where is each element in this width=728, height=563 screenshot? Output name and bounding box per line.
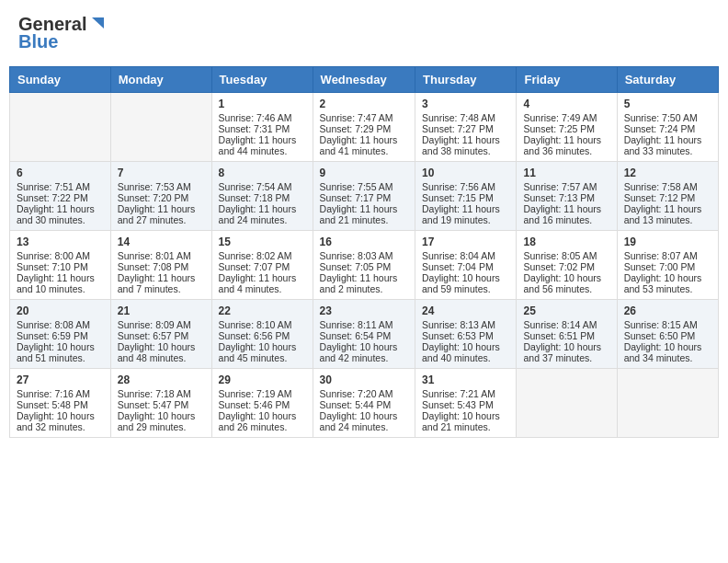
- sunrise-text: Sunrise: 7:20 AM: [320, 388, 408, 399]
- daylight-text: Daylight: 10 hours and 59 minutes.: [422, 272, 509, 294]
- day-number: 9: [320, 167, 408, 179]
- sunrise-text: Sunrise: 8:00 AM: [17, 250, 104, 261]
- calendar-day-cell: 11Sunrise: 7:57 AMSunset: 7:13 PMDayligh…: [517, 162, 617, 231]
- sunset-text: Sunset: 6:51 PM: [523, 330, 609, 341]
- daylight-text: Daylight: 11 hours and 24 minutes.: [219, 203, 306, 225]
- daylight-text: Daylight: 10 hours and 51 minutes.: [17, 341, 104, 363]
- sunset-text: Sunset: 7:24 PM: [624, 123, 711, 134]
- calendar-day-cell: 12Sunrise: 7:58 AMSunset: 7:12 PMDayligh…: [617, 162, 718, 231]
- sunrise-text: Sunrise: 8:09 AM: [118, 319, 205, 330]
- day-number: 25: [523, 304, 609, 317]
- sunset-text: Sunset: 7:31 PM: [219, 123, 306, 134]
- calendar-day-cell: [617, 369, 718, 438]
- day-number: 15: [219, 236, 306, 248]
- day-number: 16: [320, 236, 408, 248]
- calendar-week-row: 1Sunrise: 7:46 AMSunset: 7:31 PMDaylight…: [10, 93, 719, 162]
- day-number: 5: [624, 98, 711, 110]
- daylight-text: Daylight: 10 hours and 48 minutes.: [118, 341, 205, 363]
- daylight-text: Daylight: 11 hours and 30 minutes.: [17, 203, 104, 225]
- day-of-week-header: Sunday: [10, 67, 111, 93]
- day-number: 27: [17, 373, 104, 386]
- calendar-table: SundayMondayTuesdayWednesdayThursdayFrid…: [9, 66, 719, 438]
- daylight-text: Daylight: 11 hours and 41 minutes.: [320, 134, 408, 156]
- sunset-text: Sunset: 7:12 PM: [624, 192, 711, 203]
- sunset-text: Sunset: 7:10 PM: [17, 261, 104, 272]
- daylight-text: Daylight: 11 hours and 10 minutes.: [17, 272, 104, 294]
- logo-blue-text: Blue: [18, 31, 58, 52]
- calendar-day-cell: 16Sunrise: 8:03 AMSunset: 7:05 PMDayligh…: [313, 231, 415, 300]
- daylight-text: Daylight: 10 hours and 21 minutes.: [422, 410, 509, 432]
- day-of-week-header: Thursday: [415, 67, 517, 93]
- calendar-day-cell: 8Sunrise: 7:54 AMSunset: 7:18 PMDaylight…: [211, 162, 313, 231]
- daylight-text: Daylight: 10 hours and 42 minutes.: [320, 341, 408, 363]
- day-number: 23: [320, 304, 408, 317]
- day-number: 10: [422, 167, 509, 179]
- sunset-text: Sunset: 7:13 PM: [523, 192, 609, 203]
- day-number: 24: [422, 304, 509, 317]
- day-number: 18: [523, 236, 609, 248]
- sunset-text: Sunset: 5:43 PM: [422, 399, 509, 410]
- svg-marker-0: [92, 17, 104, 29]
- calendar-day-cell: 19Sunrise: 8:07 AMSunset: 7:00 PMDayligh…: [617, 231, 718, 300]
- day-of-week-header: Wednesday: [313, 67, 415, 93]
- sunrise-text: Sunrise: 7:50 AM: [624, 112, 711, 123]
- sunrise-text: Sunrise: 7:55 AM: [320, 181, 408, 192]
- sunset-text: Sunset: 7:25 PM: [523, 123, 609, 134]
- day-number: 19: [624, 236, 711, 248]
- daylight-text: Daylight: 10 hours and 26 minutes.: [219, 410, 306, 432]
- sunrise-text: Sunrise: 7:16 AM: [17, 388, 104, 399]
- sunrise-text: Sunrise: 8:14 AM: [523, 319, 609, 330]
- calendar-day-cell: 9Sunrise: 7:55 AMSunset: 7:17 PMDaylight…: [313, 162, 415, 231]
- daylight-text: Daylight: 11 hours and 4 minutes.: [219, 272, 306, 294]
- calendar-day-cell: 14Sunrise: 8:01 AMSunset: 7:08 PMDayligh…: [110, 231, 211, 300]
- day-number: 29: [219, 373, 306, 386]
- calendar-day-cell: 21Sunrise: 8:09 AMSunset: 6:57 PMDayligh…: [110, 300, 211, 369]
- sunrise-text: Sunrise: 8:02 AM: [219, 250, 306, 261]
- calendar-day-cell: 17Sunrise: 8:04 AMSunset: 7:04 PMDayligh…: [415, 231, 517, 300]
- sunrise-text: Sunrise: 7:18 AM: [118, 388, 205, 399]
- logo-triangle-icon: [87, 16, 104, 32]
- sunrise-text: Sunrise: 7:19 AM: [219, 388, 306, 399]
- sunrise-text: Sunrise: 7:54 AM: [219, 181, 306, 192]
- sunset-text: Sunset: 6:54 PM: [320, 330, 408, 341]
- sunrise-text: Sunrise: 8:03 AM: [320, 250, 408, 261]
- sunset-text: Sunset: 7:04 PM: [422, 261, 509, 272]
- sunrise-text: Sunrise: 7:51 AM: [17, 181, 104, 192]
- logo: General Blue: [18, 14, 104, 52]
- sunrise-text: Sunrise: 8:01 AM: [118, 250, 205, 261]
- calendar-day-cell: 24Sunrise: 8:13 AMSunset: 6:53 PMDayligh…: [415, 300, 517, 369]
- daylight-text: Daylight: 10 hours and 56 minutes.: [523, 272, 609, 294]
- calendar-day-cell: 13Sunrise: 8:00 AMSunset: 7:10 PMDayligh…: [10, 231, 111, 300]
- calendar-day-cell: [10, 93, 111, 162]
- sunset-text: Sunset: 7:18 PM: [219, 192, 306, 203]
- sunset-text: Sunset: 7:29 PM: [320, 123, 408, 134]
- sunset-text: Sunset: 7:17 PM: [320, 192, 408, 203]
- daylight-text: Daylight: 11 hours and 2 minutes.: [320, 272, 408, 294]
- sunset-text: Sunset: 6:59 PM: [17, 330, 104, 341]
- daylight-text: Daylight: 10 hours and 53 minutes.: [624, 272, 711, 294]
- sunrise-text: Sunrise: 8:08 AM: [17, 319, 104, 330]
- day-number: 7: [118, 167, 205, 179]
- day-number: 22: [219, 304, 306, 317]
- calendar-day-cell: 31Sunrise: 7:21 AMSunset: 5:43 PMDayligh…: [415, 369, 517, 438]
- daylight-text: Daylight: 11 hours and 16 minutes.: [523, 203, 609, 225]
- daylight-text: Daylight: 11 hours and 36 minutes.: [523, 134, 609, 156]
- daylight-text: Daylight: 11 hours and 21 minutes.: [320, 203, 408, 225]
- day-number: 4: [523, 98, 609, 110]
- daylight-text: Daylight: 10 hours and 37 minutes.: [523, 341, 609, 363]
- calendar-header-row: SundayMondayTuesdayWednesdayThursdayFrid…: [10, 67, 719, 93]
- daylight-text: Daylight: 11 hours and 19 minutes.: [422, 203, 509, 225]
- calendar-day-cell: 10Sunrise: 7:56 AMSunset: 7:15 PMDayligh…: [415, 162, 517, 231]
- calendar-week-row: 6Sunrise: 7:51 AMSunset: 7:22 PMDaylight…: [10, 162, 719, 231]
- sunrise-text: Sunrise: 8:15 AM: [624, 319, 711, 330]
- sunrise-text: Sunrise: 7:49 AM: [523, 112, 609, 123]
- sunset-text: Sunset: 5:46 PM: [219, 399, 306, 410]
- day-number: 1: [219, 98, 306, 110]
- page-header: General Blue: [9, 9, 719, 57]
- calendar-day-cell: 30Sunrise: 7:20 AMSunset: 5:44 PMDayligh…: [313, 369, 415, 438]
- sunset-text: Sunset: 7:00 PM: [624, 261, 711, 272]
- calendar-day-cell: 15Sunrise: 8:02 AMSunset: 7:07 PMDayligh…: [211, 231, 313, 300]
- day-number: 11: [523, 167, 609, 179]
- sunset-text: Sunset: 6:50 PM: [624, 330, 711, 341]
- day-number: 6: [17, 167, 104, 179]
